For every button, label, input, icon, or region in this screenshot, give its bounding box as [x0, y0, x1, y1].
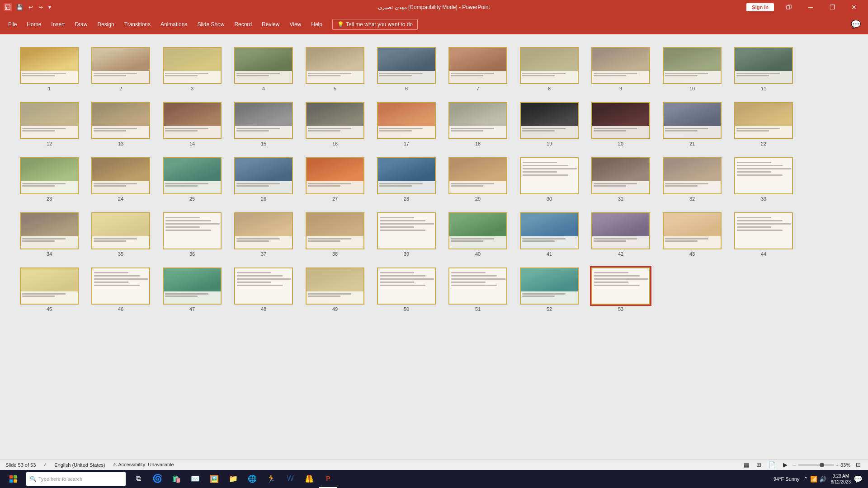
spell-check-icon[interactable]: ✓ — [43, 462, 47, 468]
taskbar-search[interactable]: 🔍 Type here to search — [26, 472, 126, 486]
tell-me-input[interactable]: 💡 Tell me what you want to do — [332, 19, 418, 30]
save-button[interactable]: 💾 — [14, 3, 25, 11]
redo-button[interactable]: ↪ — [37, 3, 45, 11]
slide-item-35[interactable]: 35 — [91, 212, 150, 257]
slide-item-1[interactable]: 1 — [20, 47, 79, 91]
slide-item-48[interactable]: 48 — [234, 267, 293, 312]
slide-item-49[interactable]: 49 — [306, 267, 364, 312]
volume-icon[interactable]: 🔊 — [819, 476, 826, 483]
slide-item-11[interactable]: 11 — [734, 47, 793, 91]
slide-item-3[interactable]: 3 — [163, 47, 222, 91]
vlc-app[interactable]: 🦺 — [300, 470, 318, 488]
reading-view-button[interactable]: 📄 — [767, 460, 778, 469]
photos-app[interactable]: 🖼️ — [205, 470, 223, 488]
slide-sorter-button[interactable]: ⊞ — [755, 460, 763, 469]
close-button[interactable]: ✕ — [844, 0, 864, 14]
fit-window-button[interactable]: ⊡ — [854, 460, 863, 469]
system-clock[interactable]: 9:23 AM 6/12/2023 — [831, 473, 851, 485]
slide-item-50[interactable]: 50 — [377, 267, 436, 312]
comments-button[interactable]: 💬 — [847, 18, 864, 31]
slide-item-47[interactable]: 47 — [163, 267, 222, 312]
explorer-app[interactable]: 📁 — [224, 470, 242, 488]
slide-item-46[interactable]: 46 — [91, 267, 150, 312]
slide-item-6[interactable]: 6 — [377, 47, 436, 91]
slide-item-15[interactable]: 15 — [234, 102, 293, 146]
start-button[interactable] — [2, 470, 24, 488]
menu-draw[interactable]: Draw — [70, 19, 92, 30]
slide-item-44[interactable]: 44 — [734, 212, 793, 257]
menu-file[interactable]: File — [4, 19, 21, 30]
zoom-in-button[interactable]: + — [836, 462, 839, 468]
menu-insert[interactable]: Insert — [47, 19, 69, 30]
accessibility-status[interactable]: ⚠ Accessibility: Unavailable — [113, 462, 174, 468]
slide-item-27[interactable]: 27 — [306, 157, 364, 202]
maximize-button[interactable]: ❐ — [822, 0, 843, 14]
slide-item-29[interactable]: 29 — [448, 157, 507, 202]
menu-design[interactable]: Design — [93, 19, 118, 30]
slide-item-26[interactable]: 26 — [234, 157, 293, 202]
language-indicator[interactable]: English (United States) — [54, 462, 105, 468]
slide-item-10[interactable]: 10 — [663, 47, 722, 91]
slide-item-45[interactable]: 45 — [20, 267, 79, 312]
slide-item-16[interactable]: 16 — [306, 102, 364, 146]
slide-item-38[interactable]: 38 — [306, 212, 364, 257]
menu-review[interactable]: Review — [257, 19, 284, 30]
taskview-button[interactable]: ⧉ — [129, 470, 147, 488]
menu-transitions[interactable]: Transitions — [120, 19, 155, 30]
slide-item-21[interactable]: 21 — [663, 102, 722, 146]
mail-app[interactable]: ✉️ — [186, 470, 204, 488]
minimize-button[interactable]: ─ — [800, 0, 821, 14]
slide-item-32[interactable]: 32 — [663, 157, 722, 202]
slide-item-37[interactable]: 37 — [234, 212, 293, 257]
zoom-slider[interactable] — [798, 464, 834, 466]
menu-view[interactable]: View — [285, 19, 306, 30]
slide-item-33[interactable]: 33 — [734, 157, 793, 202]
slide-item-12[interactable]: 12 — [20, 102, 79, 146]
slide-item-24[interactable]: 24 — [91, 157, 150, 202]
zoom-out-button[interactable]: − — [793, 462, 796, 468]
slide-item-4[interactable]: 4 — [234, 47, 293, 91]
slide-item-18[interactable]: 18 — [448, 102, 507, 146]
word-app[interactable]: W — [281, 470, 299, 488]
customize-qa-button[interactable]: ▾ — [47, 3, 53, 11]
restore-button[interactable] — [778, 0, 799, 14]
slide-item-31[interactable]: 31 — [591, 157, 650, 202]
undo-button[interactable]: ↩ — [27, 3, 35, 11]
slide-item-41[interactable]: 41 — [520, 212, 579, 257]
slide-item-53[interactable]: 53 — [591, 267, 650, 312]
slide-item-7[interactable]: 7 — [448, 47, 507, 91]
slide-item-30[interactable]: 30 — [520, 157, 579, 202]
slide-item-8[interactable]: 8 — [520, 47, 579, 91]
slide-item-19[interactable]: 19 — [520, 102, 579, 146]
slide-item-42[interactable]: 42 — [591, 212, 650, 257]
edge-app[interactable]: 🌀 — [148, 470, 166, 488]
slideshow-button[interactable]: ▶ — [781, 460, 789, 469]
sign-in-button[interactable]: Sign in — [746, 3, 774, 11]
network-icon[interactable]: 📶 — [810, 476, 817, 483]
slide-item-5[interactable]: 5 — [306, 47, 364, 91]
menu-slideshow[interactable]: Slide Show — [193, 19, 229, 30]
slide-item-43[interactable]: 43 — [663, 212, 722, 257]
menu-home[interactable]: Home — [22, 19, 46, 30]
store-app[interactable]: 🛍️ — [167, 470, 185, 488]
menu-help[interactable]: Help — [307, 19, 327, 30]
slide-item-17[interactable]: 17 — [377, 102, 436, 146]
normal-view-button[interactable]: ▦ — [742, 460, 751, 469]
slide-item-2[interactable]: 2 — [91, 47, 150, 91]
slide-item-40[interactable]: 40 — [448, 212, 507, 257]
slide-item-39[interactable]: 39 — [377, 212, 436, 257]
chrome-app[interactable]: 🌐 — [243, 470, 261, 488]
show-hidden-icons[interactable]: ⌃ — [803, 476, 808, 483]
slide-item-51[interactable]: 51 — [448, 267, 507, 312]
slide-item-14[interactable]: 14 — [163, 102, 222, 146]
slide-item-36[interactable]: 36 — [163, 212, 222, 257]
slide-item-25[interactable]: 25 — [163, 157, 222, 202]
slide-item-52[interactable]: 52 — [520, 267, 579, 312]
notification-button[interactable]: 💬 — [854, 475, 863, 483]
menu-record[interactable]: Record — [230, 19, 256, 30]
menu-animations[interactable]: Animations — [156, 19, 192, 30]
slide-item-28[interactable]: 28 — [377, 157, 436, 202]
slide-item-20[interactable]: 20 — [591, 102, 650, 146]
app7[interactable]: 🏃 — [262, 470, 280, 488]
powerpoint-app[interactable]: P — [319, 470, 337, 488]
